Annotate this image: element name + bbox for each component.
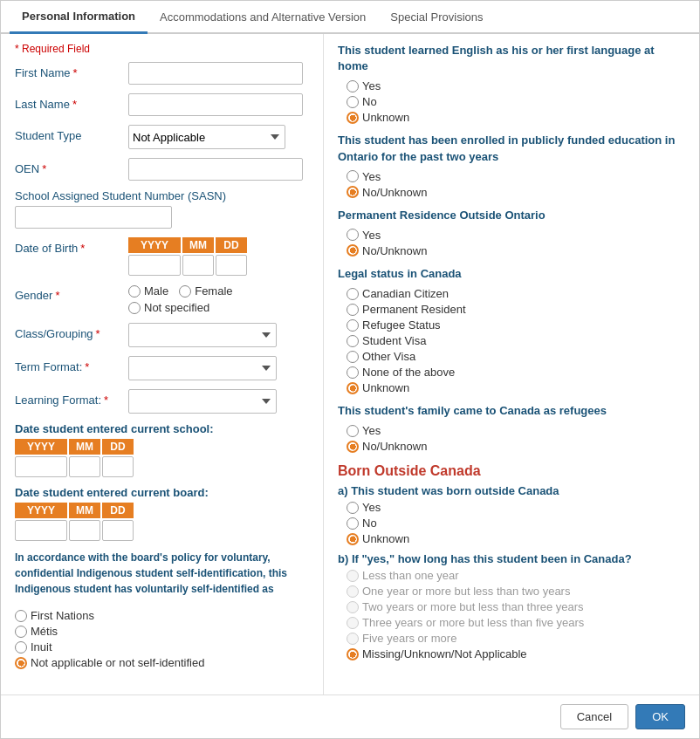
- ok-button[interactable]: OK: [635, 704, 685, 729]
- q4-canadian[interactable]: Canadian Citizen: [347, 287, 685, 300]
- q4-unknown-radio[interactable]: [347, 382, 359, 394]
- date-board-header: YYYY MM DD: [15, 503, 134, 518]
- q2-no-unknown[interactable]: No/Unknown: [347, 186, 685, 199]
- qb-missing[interactable]: Missing/Unknown/Not Applicable: [347, 647, 685, 660]
- q4-options: Canadian Citizen Permanent Resident Refu…: [338, 287, 685, 394]
- qa-yes[interactable]: Yes: [347, 501, 685, 514]
- dob-yyyy-input[interactable]: [128, 255, 181, 276]
- dob-dd-label: DD: [216, 237, 247, 253]
- q1-no-radio[interactable]: [347, 96, 359, 108]
- q1-no[interactable]: No: [347, 95, 685, 108]
- q4-none[interactable]: None of the above: [347, 366, 685, 379]
- q4-student-visa[interactable]: Student Visa: [347, 334, 685, 347]
- q4-canadian-radio[interactable]: [347, 288, 359, 300]
- tab-accommodations[interactable]: Accommodations and Alternative Version: [148, 1, 378, 32]
- q4-refugee[interactable]: Refugee Status: [347, 318, 685, 332]
- q2-no-unknown-radio[interactable]: [347, 186, 359, 198]
- q4-refugee-radio[interactable]: [347, 319, 359, 332]
- q3-yes-radio[interactable]: [347, 229, 359, 241]
- q5-no-unknown-radio[interactable]: [347, 441, 359, 453]
- learning-format-row: Learning Format: *: [15, 389, 309, 414]
- q5-no-unknown[interactable]: No/Unknown: [347, 440, 685, 453]
- board-mm-input[interactable]: [69, 520, 100, 541]
- qb-one-two[interactable]: One year or more but less than two years: [347, 585, 685, 598]
- dob-inputs: [128, 255, 247, 276]
- q3-no-unknown[interactable]: No/Unknown: [347, 244, 685, 257]
- dob-dd-input[interactable]: [216, 255, 247, 276]
- qb-five-more-label: Five years or more: [362, 632, 456, 645]
- q3-yes-label: Yes: [362, 229, 381, 242]
- learning-format-select[interactable]: [128, 389, 277, 414]
- indigenous-not-applicable-radio[interactable]: [15, 657, 27, 669]
- term-format-select[interactable]: [128, 356, 277, 380]
- req-star-learning: *: [104, 393, 108, 407]
- qa-no-radio[interactable]: [347, 517, 359, 530]
- indigenous-metis-radio[interactable]: [15, 626, 27, 638]
- cancel-button[interactable]: Cancel: [560, 704, 628, 729]
- qa-unknown[interactable]: Unknown: [347, 532, 685, 545]
- dob-yyyy-label: YYYY: [128, 237, 181, 253]
- gender-notspecified-radio[interactable]: [128, 302, 141, 314]
- board-yyyy-input[interactable]: [15, 520, 67, 541]
- q4-other-visa[interactable]: Other Visa: [347, 350, 685, 363]
- q4-other-visa-radio[interactable]: [347, 351, 359, 363]
- gender-male-radio[interactable]: [128, 285, 141, 298]
- gender-not-specified[interactable]: Not specified: [128, 301, 233, 314]
- qb-two-three[interactable]: Two years or more but less than three ye…: [347, 600, 685, 613]
- last-name-input[interactable]: [128, 93, 303, 116]
- school-dd-input[interactable]: [102, 456, 134, 477]
- indigenous-metis[interactable]: Métis: [15, 625, 204, 638]
- q1-unknown-radio[interactable]: [347, 112, 359, 124]
- q1-yes-radio[interactable]: [347, 80, 359, 92]
- q1-unknown[interactable]: Unknown: [347, 111, 685, 124]
- dob-mm-input[interactable]: [182, 255, 214, 276]
- q1-yes[interactable]: Yes: [347, 79, 685, 92]
- indigenous-not-applicable[interactable]: Not applicable or not self-identified: [15, 656, 204, 669]
- q4-permanent-radio[interactable]: [347, 304, 359, 316]
- school-yyyy-input[interactable]: [15, 456, 67, 477]
- qb-two-three-radio[interactable]: [347, 601, 359, 613]
- school-mm-input[interactable]: [69, 456, 100, 477]
- qa-no[interactable]: No: [347, 517, 685, 530]
- indigenous-first-nations[interactable]: First Nations: [15, 609, 204, 622]
- qb-three-five-radio[interactable]: [347, 617, 359, 629]
- indigenous-first-nations-radio[interactable]: [15, 610, 27, 622]
- q5-yes[interactable]: Yes: [347, 424, 685, 437]
- board-dd-input[interactable]: [102, 520, 134, 541]
- q3-no-unknown-radio[interactable]: [347, 244, 359, 257]
- oen-input[interactable]: [128, 158, 303, 181]
- q4-none-radio[interactable]: [347, 366, 359, 379]
- class-grouping-select[interactable]: [128, 323, 277, 347]
- student-type-select[interactable]: Not Applicable: [128, 125, 285, 149]
- gender-female-radio[interactable]: [179, 285, 191, 298]
- qb-missing-radio[interactable]: [347, 648, 359, 660]
- qb-three-five[interactable]: Three years or more but less than five y…: [347, 616, 685, 629]
- qa-no-label: No: [362, 517, 377, 530]
- q4-unknown[interactable]: Unknown: [347, 381, 685, 394]
- q5-yes-radio[interactable]: [347, 425, 359, 437]
- gender-female[interactable]: Female: [179, 284, 232, 298]
- indigenous-first-nations-label: First Nations: [31, 609, 94, 622]
- qb-one-two-radio[interactable]: [347, 585, 359, 598]
- first-name-input[interactable]: [128, 62, 303, 85]
- qb-less-one-radio[interactable]: [347, 570, 359, 582]
- qb-five-more-radio[interactable]: [347, 633, 359, 645]
- indigenous-inuit[interactable]: Inuit: [15, 640, 204, 653]
- q2-yes-radio[interactable]: [347, 170, 359, 182]
- qa-yes-radio[interactable]: [347, 502, 359, 514]
- tab-personal[interactable]: Personal Information: [10, 1, 148, 34]
- qb-five-more[interactable]: Five years or more: [347, 632, 685, 645]
- dob-row: Date of Birth * YYYY MM DD: [15, 237, 309, 276]
- q4-permanent[interactable]: Permanent Resident: [347, 303, 685, 316]
- qb-less-one[interactable]: Less than one year: [347, 569, 685, 582]
- q3-yes[interactable]: Yes: [347, 229, 685, 242]
- gender-male[interactable]: Male: [128, 284, 168, 298]
- q4-student-visa-radio[interactable]: [347, 335, 359, 347]
- q2-yes[interactable]: Yes: [347, 170, 685, 183]
- req-star-gender: *: [55, 289, 59, 302]
- tab-special[interactable]: Special Provisions: [378, 1, 495, 32]
- req-star-oen: *: [42, 162, 46, 175]
- sasn-input[interactable]: [15, 206, 172, 229]
- indigenous-inuit-radio[interactable]: [15, 641, 27, 653]
- qa-unknown-radio[interactable]: [347, 533, 359, 545]
